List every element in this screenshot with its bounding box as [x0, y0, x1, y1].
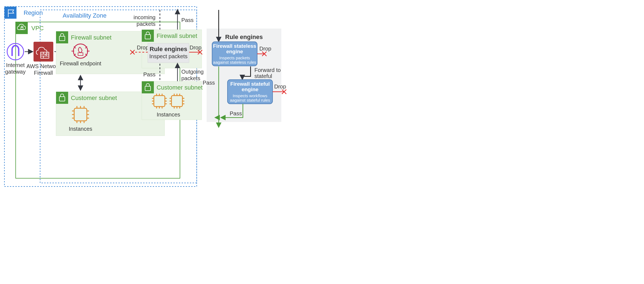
fw-subnet-label: Firewall subnet	[71, 34, 112, 41]
anf-label-2: Firewall	[34, 70, 53, 76]
incoming-1: incoming	[134, 14, 156, 20]
igw-label-1: Internet	[6, 62, 25, 68]
sf3: Inspects workflows	[233, 93, 267, 98]
pass-bot: Pass	[143, 71, 156, 77]
fwd1: Forward to	[254, 67, 281, 73]
vpc-label: VPC	[31, 25, 44, 32]
diagram-right: Rule engines Firewall stateless engine I…	[203, 10, 286, 127]
az-label: Availability Zone	[63, 12, 107, 19]
sl4: aagainst stateless rules	[213, 60, 256, 65]
fwd2: stateful	[254, 73, 272, 79]
mid-cust-subnet-label: Customer subnet	[157, 84, 203, 91]
drop-left: Drop	[137, 44, 149, 51]
re1: Rule engines	[150, 46, 187, 52]
re2: Inspect packets	[149, 53, 188, 59]
incoming-2: packets	[137, 21, 156, 27]
mid-instances: Instances	[157, 112, 180, 118]
pass-r: Pass	[230, 110, 242, 116]
mid-cust-subnet-icon-bg	[142, 81, 154, 93]
anf-label-1: AWS Network	[26, 63, 61, 69]
pass-l: Pass	[203, 80, 215, 86]
region-icon-bg	[4, 7, 16, 19]
drop-right: Drop	[190, 44, 201, 51]
sl2: engine	[226, 49, 243, 54]
sf4: aagainst stateful rules	[230, 98, 270, 102]
sl1: Firewall stateless	[213, 43, 256, 49]
cust-subnet-label: Customer subnet	[71, 94, 117, 101]
rule-engines-title: Rule engines	[225, 34, 263, 40]
sf2: engine	[241, 87, 258, 92]
fw-subnet-icon-bg	[56, 31, 68, 43]
sl3: Inspects packets	[219, 55, 250, 60]
drop2-label: Drop	[274, 83, 286, 90]
pass-top: Pass	[181, 17, 193, 23]
cust-subnet-icon-bg	[56, 92, 68, 104]
fw-endpoint-label: Firewall endpoint	[60, 60, 101, 66]
drop1-label: Drop	[259, 46, 271, 52]
outgoing-2: packets	[181, 75, 200, 81]
instances-label: Instances	[69, 126, 92, 132]
sf1: Firewall stateful	[230, 81, 270, 87]
mid-fw-subnet-icon-bg	[142, 30, 154, 42]
mid-fw-subnet-label: Firewall subnet	[157, 32, 197, 39]
igw-label-2: gateway	[5, 69, 26, 75]
outgoing-1: Outgoing	[181, 69, 204, 75]
